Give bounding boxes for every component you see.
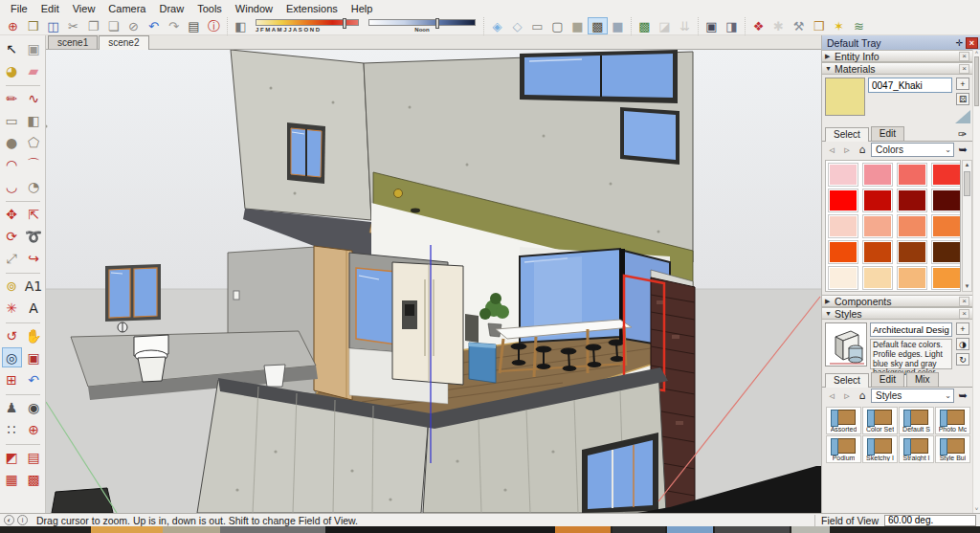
shadow-date-slider[interactable]: J F M A M J J A S O N D (256, 19, 359, 33)
style-folder[interactable]: Photo Mc (935, 407, 970, 434)
component-browser-button[interactable]: ❒ (809, 17, 829, 34)
zoom-window-tool[interactable]: ▣ (24, 347, 44, 367)
shaded-with-textures-button[interactable]: ▩ (588, 17, 608, 34)
paste-button[interactable]: ❏ (103, 17, 123, 34)
set-default-material-button[interactable]: ⚄ (956, 93, 969, 105)
color-swatch[interactable] (897, 163, 927, 187)
toggle-terrain-button[interactable]: ◪ (655, 17, 675, 34)
style-folder[interactable]: Color Set (862, 407, 898, 434)
save-button[interactable]: ◫ (43, 17, 63, 34)
refresh-style-icon[interactable]: ↻ (956, 353, 969, 366)
orbit-tool[interactable]: ↺ (2, 325, 22, 345)
push-pull-tool[interactable]: ⇱ (24, 204, 44, 224)
style-name-input[interactable] (870, 322, 952, 337)
style-folder[interactable]: Style Bui (935, 435, 970, 463)
freehand-tool[interactable]: ∿ (24, 88, 44, 108)
color-swatch[interactable] (897, 189, 927, 212)
previous-view-tool[interactable]: ↶ (24, 369, 44, 389)
tray-title-bar[interactable]: Default Tray ✛ × (822, 35, 980, 50)
color-swatch[interactable] (931, 163, 961, 187)
position-camera-tool[interactable]: ♟ (2, 397, 22, 417)
section-cut-toggle[interactable]: ▦ (2, 469, 22, 489)
eyedropper-icon[interactable]: ✑ (955, 128, 969, 141)
monochrome-button[interactable]: ■ (608, 17, 628, 34)
forward-icon[interactable]: ▹ (840, 144, 854, 156)
tray-scrollbar[interactable]: ˄ ˅ (972, 50, 980, 513)
menu-item[interactable]: Window (229, 1, 279, 16)
secondary-pane-icon[interactable]: ➥ (956, 389, 969, 402)
new-button[interactable]: ⊕ (3, 17, 23, 34)
materials-browser-button[interactable]: ❖ (748, 17, 768, 34)
camera-target-tool[interactable]: ⊕ (24, 419, 44, 439)
redo-button[interactable]: ↷ (164, 17, 184, 34)
arc-tool[interactable]: ◠ (2, 154, 22, 174)
axes-tool[interactable]: ✳ (2, 298, 22, 318)
back-icon[interactable]: ◃ (825, 144, 838, 156)
make-component-tool[interactable]: ▣ (24, 38, 44, 58)
color-swatch[interactable] (862, 163, 893, 187)
section-entity-info[interactable]: ▶ Entity Info × (822, 50, 972, 62)
print-button[interactable]: ▤ (184, 17, 204, 34)
style-folder[interactable]: Assorted (826, 407, 861, 434)
styles-collection-select[interactable]: Styles ⌄ (871, 389, 954, 403)
section-close-icon[interactable]: × (959, 52, 969, 61)
line-tool[interactable]: ✏ (2, 88, 22, 108)
color-swatch[interactable] (828, 163, 858, 187)
section-plane-tool[interactable]: ◩ (2, 447, 22, 467)
wireframe-button[interactable]: ▭ (527, 17, 547, 34)
section-close-icon[interactable]: × (959, 64, 969, 74)
sandbox-tool-button[interactable]: ≋ (849, 17, 869, 34)
open-button[interactable]: ❒ (23, 17, 43, 34)
menu-item[interactable]: Help (345, 1, 380, 16)
model-info-button[interactable]: ⓘ (204, 17, 224, 34)
follow-me-tool[interactable]: ➰ (24, 226, 44, 246)
copy-button[interactable]: ❐ (83, 17, 103, 34)
two-point-arc-tool[interactable]: ⌒ (24, 154, 44, 174)
section-close-icon[interactable]: × (959, 309, 969, 319)
color-swatch[interactable] (897, 240, 927, 264)
materials-tab[interactable]: Select (825, 127, 869, 142)
three-point-arc-tool[interactable]: ◡ (2, 176, 22, 196)
menu-item[interactable]: Camera (101, 1, 152, 16)
section-styles[interactable]: ▼ Styles × (822, 307, 972, 320)
back-icon[interactable]: ◃ (825, 389, 838, 402)
tape-measure-tool[interactable]: ⊚ (2, 276, 22, 296)
erase-button[interactable]: ⊘ (123, 17, 144, 34)
light-bulb-button[interactable]: ✶ (829, 17, 849, 34)
color-swatch[interactable] (862, 266, 893, 290)
back-edges-button[interactable]: ◇ (507, 17, 527, 34)
color-swatch[interactable] (862, 240, 893, 264)
color-swatch[interactable] (931, 240, 961, 264)
section-fill-toggle[interactable]: ▩ (24, 469, 44, 489)
rotate-tool[interactable]: ⟳ (2, 226, 22, 246)
add-location-button[interactable]: ▩ (635, 17, 655, 34)
forward-icon[interactable]: ▹ (840, 389, 854, 402)
section-display-toggle[interactable]: ▤ (24, 447, 44, 467)
color-swatch[interactable] (828, 189, 858, 212)
section-close-icon[interactable]: × (959, 297, 969, 306)
styles-tab[interactable]: Mix (906, 372, 939, 387)
style-folder[interactable]: Podium (826, 435, 861, 463)
create-style-button[interactable]: + (956, 322, 969, 335)
style-folder[interactable]: Default S (899, 407, 934, 434)
scroll-down-icon[interactable]: ▼ (965, 282, 970, 291)
menu-item[interactable]: View (66, 1, 102, 16)
eraser-tool[interactable]: ▰ (24, 60, 44, 80)
offset-tool[interactable]: ↪ (24, 248, 44, 268)
wrench-tool-button[interactable]: ⚒ (789, 17, 809, 34)
secondary-pane-icon[interactable]: ➥ (956, 144, 969, 156)
menu-item[interactable]: File (4, 1, 34, 16)
zoom-tool[interactable]: ◎ (2, 347, 22, 367)
color-swatch[interactable] (828, 240, 858, 264)
materials-collection-select[interactable]: Colors ⌄ (871, 143, 954, 157)
create-material-button[interactable]: + (956, 78, 969, 90)
texture-image-button[interactable]: ◨ (722, 17, 742, 34)
zoom-extents-tool[interactable]: ⊞ (2, 369, 22, 389)
section-components[interactable]: ▶ Components × (822, 295, 972, 307)
rectangle-tool[interactable]: ▭ (2, 110, 22, 130)
tab-scene2[interactable]: scene2 (99, 35, 148, 50)
tray-close-icon[interactable]: × (966, 37, 978, 49)
color-swatch[interactable] (931, 189, 961, 212)
material-name-input[interactable] (868, 78, 952, 93)
select-tool[interactable]: ↖ (2, 38, 22, 58)
